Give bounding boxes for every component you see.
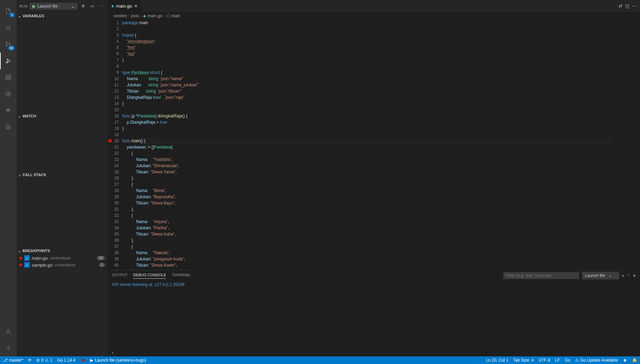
breakpoint-dot-icon xyxy=(19,257,22,259)
more-icon[interactable]: ⋯ xyxy=(632,3,637,9)
tab-terminal[interactable]: TERMINAL xyxy=(172,273,191,278)
debug-console-icon[interactable]: ▭ xyxy=(88,2,96,10)
chevron-down-icon: ⌄ xyxy=(71,4,75,9)
svg-rect-7 xyxy=(6,78,8,80)
svg-point-1 xyxy=(6,42,8,44)
breakpoint-item[interactable]: ✓ sample.go content/post 2 xyxy=(17,261,108,268)
explorer-icon[interactable]: 1 xyxy=(0,3,17,19)
chevron-down-icon: ⌄ xyxy=(18,249,21,253)
scm-badge: 85 xyxy=(8,46,15,50)
docker-icon[interactable] xyxy=(0,102,17,119)
status-debug-icon[interactable]: 🐞 xyxy=(80,358,85,363)
minimap[interactable] xyxy=(612,20,640,270)
breakpoints-section-header[interactable]: ⌄ BREAKPOINTS xyxy=(17,247,108,255)
status-sync[interactable]: ⟳ xyxy=(28,358,31,363)
code-editor[interactable]: 1234567891011121314151617181920212223242… xyxy=(108,20,640,270)
bp-line: 20 xyxy=(97,256,105,260)
chevron-down-icon: ⌄ xyxy=(18,14,21,18)
split-editor-icon[interactable]: ◫ xyxy=(625,3,629,9)
svg-point-0 xyxy=(6,26,10,29)
status-launch[interactable]: ▶ Launch file (santekno-hugo) xyxy=(90,358,146,363)
svg-point-2 xyxy=(6,45,8,47)
debug-console-output: API server listening at: 127.0.0.1:35208 xyxy=(108,281,640,348)
breakpoint-item[interactable]: ✓ main.go content/post 20 xyxy=(17,255,108,261)
line-gutter[interactable]: 1234567891011121314151617181920212223242… xyxy=(108,20,122,270)
play-icon: ▶ xyxy=(32,4,36,9)
svg-rect-5 xyxy=(6,75,8,77)
status-position[interactable]: Ln 20, Col 1 xyxy=(486,358,508,363)
tab-bar: ◆ main.go ✕ ⇄ ◫ ⋯ xyxy=(108,0,640,12)
svg-point-15 xyxy=(7,329,9,332)
status-tab-size[interactable]: Tab Size: 4 xyxy=(513,358,534,363)
status-update[interactable]: ⚠ Go Update Available xyxy=(575,358,618,363)
debug-console-input[interactable]: › xyxy=(108,348,640,356)
bp-file: main.go xyxy=(32,256,48,261)
function-icon: ⬡ xyxy=(166,13,170,18)
chevron-down-icon: ⌄ xyxy=(18,173,21,177)
prompt-icon: › xyxy=(112,350,113,355)
filter-input[interactable] xyxy=(503,272,579,279)
settings-icon[interactable] xyxy=(0,340,17,356)
status-problems[interactable]: ⊘ 0 ⚠ 1 xyxy=(36,358,52,363)
close-icon[interactable]: ✕ xyxy=(134,3,138,9)
svg-rect-10 xyxy=(6,110,7,111)
activity-bar: 1 85 xyxy=(0,0,17,356)
tab-main-go[interactable]: ◆ main.go ✕ xyxy=(108,0,141,12)
spotify-icon[interactable] xyxy=(0,119,17,135)
variables-section-header[interactable]: ⌄ VARIABLES xyxy=(17,12,108,20)
close-icon[interactable]: ✕ xyxy=(633,274,636,278)
sidebar: RUN ▶ Launch file ⌄ ⚙ ▭ ⋯ ⌄ VARIABLES ⌄ … xyxy=(17,0,108,356)
status-bar: ⎇ master* ⟳ ⊘ 0 ⚠ 1 Go 1.14.4 🐞 ▶ Launch… xyxy=(0,356,640,364)
breakpoint-glyph[interactable] xyxy=(108,139,112,143)
svg-point-16 xyxy=(8,347,9,349)
chevron-down-icon: ⌄ xyxy=(18,114,21,118)
search-icon[interactable] xyxy=(0,19,17,36)
run-label: RUN xyxy=(19,4,28,8)
tab-debug-console[interactable]: DEBUG CONSOLE xyxy=(133,273,166,279)
collapse-icon[interactable]: ⌃ xyxy=(627,274,630,278)
svg-point-3 xyxy=(9,44,11,45)
gear-icon[interactable]: ⚙ xyxy=(79,2,87,10)
checkbox[interactable]: ✓ xyxy=(24,262,30,268)
compare-icon[interactable]: ⇄ xyxy=(619,3,622,9)
breakpoint-dot-icon xyxy=(19,264,22,266)
svg-point-4 xyxy=(6,62,7,63)
svg-rect-12 xyxy=(9,110,10,111)
account-icon[interactable] xyxy=(0,323,17,340)
watch-section-header[interactable]: ⌄ WATCH xyxy=(17,112,108,120)
more-icon[interactable]: ⋯ xyxy=(97,2,105,10)
svg-rect-8 xyxy=(9,78,11,80)
run-config-select[interactable]: ▶ Launch file ⌄ xyxy=(30,3,77,10)
go-file-icon: ◆ xyxy=(111,4,114,8)
svg-rect-6 xyxy=(9,75,11,77)
remote-icon[interactable] xyxy=(0,86,17,102)
tab-output[interactable]: OUTPUT xyxy=(112,273,127,278)
bp-file: sample.go xyxy=(32,262,52,268)
clear-icon[interactable]: ≡ xyxy=(622,274,624,278)
status-bell-icon[interactable]: 🔔 xyxy=(632,358,637,363)
code-content[interactable]: package main import ( "encoding/json" "f… xyxy=(122,20,612,270)
svg-rect-11 xyxy=(8,110,9,111)
go-file-icon: ◆ xyxy=(143,13,146,18)
breadcrumb[interactable]: content› post› ◆ main.go› ⬡ main xyxy=(108,12,640,20)
explorer-badge: 1 xyxy=(10,12,15,17)
bp-path: content/post xyxy=(50,256,70,260)
status-encoding[interactable]: UTF-8 xyxy=(538,358,550,363)
bp-path: content/post xyxy=(55,263,75,267)
svg-rect-13 xyxy=(8,109,9,110)
status-branch[interactable]: ⎇ master* xyxy=(3,358,23,363)
status-go-version[interactable]: Go 1.14.4 xyxy=(57,358,76,363)
status-lang[interactable]: Go xyxy=(565,358,570,363)
status-eol[interactable]: LF xyxy=(555,358,560,363)
run-config-name: Launch file xyxy=(38,4,58,9)
callstack-section-header[interactable]: ⌄ CALL STACK xyxy=(17,171,108,179)
bp-line: 2 xyxy=(99,263,105,267)
run-debug-icon[interactable] xyxy=(0,52,17,69)
extensions-icon[interactable] xyxy=(0,69,17,86)
checkbox[interactable]: ✓ xyxy=(24,255,30,261)
tab-filename: main.go xyxy=(116,3,132,9)
panel-select[interactable]: Launch file ⌄ xyxy=(582,272,619,279)
source-control-icon[interactable]: 85 xyxy=(0,36,17,52)
status-feedback-icon[interactable]: ☻ xyxy=(623,358,627,363)
